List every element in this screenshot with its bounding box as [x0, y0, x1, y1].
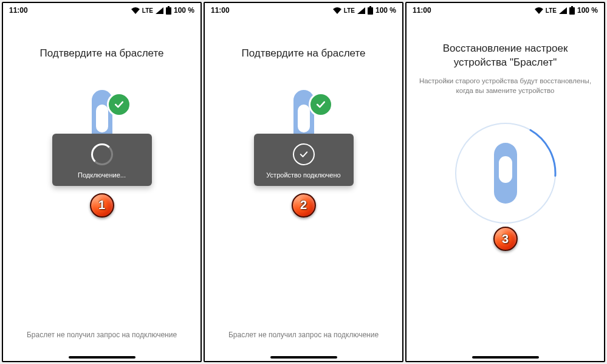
check-circle-icon	[293, 143, 315, 165]
status-right: LTE 100 %	[131, 6, 194, 15]
page-title: Подтвердите на браслете	[241, 47, 365, 61]
page-title: Восстановление настроек устройства "Брас…	[415, 42, 595, 70]
status-time: 11:00	[9, 6, 28, 15]
band-illustration	[494, 143, 517, 204]
phone-screen-2: 11:00 LTE 100 % Подтвердите на браслете …	[204, 2, 403, 362]
nav-bar-handle[interactable]	[472, 356, 539, 359]
svg-rect-5	[571, 6, 573, 7]
status-bar: 11:00 LTE 100 %	[406, 3, 604, 18]
status-bar: 11:00 LTE 100 %	[3, 3, 201, 18]
step-marker: 1	[90, 193, 114, 218]
status-battery-text: 100 %	[376, 6, 396, 15]
signal-icon	[357, 7, 365, 14]
progress-ring	[451, 118, 560, 228]
nav-bar-handle[interactable]	[270, 356, 337, 359]
battery-icon	[368, 6, 373, 15]
connecting-toast: Подключение...	[52, 134, 152, 186]
svg-rect-1	[168, 6, 170, 7]
graphic-area: Устройство подключено 2	[213, 90, 394, 230]
status-battery-text: 100 %	[577, 6, 598, 15]
svg-rect-3	[369, 6, 371, 7]
step-marker: 3	[493, 227, 518, 251]
footer-help-link[interactable]: Браслет не получил запрос на подключение	[228, 331, 379, 339]
status-network: LTE	[546, 7, 557, 14]
phone-screen-3: 11:00 LTE 100 % Восстановление настроек …	[405, 2, 605, 362]
step-marker: 2	[292, 193, 316, 218]
svg-rect-2	[368, 7, 373, 15]
page-title: Подтвердите на браслете	[39, 47, 163, 61]
toast-text: Подключение...	[78, 171, 126, 179]
screen-content: Восстановление настроек устройства "Брас…	[406, 18, 604, 361]
nav-bar-handle[interactable]	[69, 356, 135, 359]
phone-screen-1: 11:00 LTE 100 % Подтвердите на браслете …	[2, 2, 202, 362]
footer-help-link[interactable]: Браслет не получил запрос на подключение	[27, 331, 177, 339]
wifi-icon	[333, 7, 341, 14]
signal-icon	[559, 7, 567, 14]
checkmark-badge-icon	[107, 92, 131, 117]
graphic-area: 3	[415, 112, 595, 252]
status-right: LTE 100 %	[333, 6, 396, 15]
battery-icon	[166, 6, 171, 15]
connected-toast: Устройство подключено	[254, 134, 354, 186]
screen-content: Подтвердите на браслете Устройство подкл…	[205, 18, 402, 361]
status-battery-text: 100 %	[174, 6, 194, 15]
toast-text: Устройство подключено	[266, 171, 340, 179]
status-network: LTE	[344, 7, 355, 14]
svg-rect-4	[569, 7, 575, 15]
wifi-icon	[131, 7, 140, 14]
status-right: LTE 100 %	[535, 6, 598, 15]
battery-icon	[569, 6, 575, 15]
page-subtitle: Настройки старого устройства будут восст…	[415, 76, 595, 95]
status-time: 11:00	[413, 6, 431, 15]
status-network: LTE	[142, 7, 153, 14]
status-bar: 11:00 LTE 100 %	[205, 3, 402, 18]
checkmark-badge-icon	[309, 92, 333, 117]
screen-content: Подтвердите на браслете Подключение... 1…	[3, 18, 201, 361]
spinner-icon	[91, 143, 113, 165]
signal-icon	[156, 7, 163, 14]
wifi-icon	[535, 7, 543, 14]
svg-rect-0	[166, 7, 171, 15]
status-time: 11:00	[211, 6, 230, 15]
graphic-area: Подключение... 1	[12, 90, 192, 230]
